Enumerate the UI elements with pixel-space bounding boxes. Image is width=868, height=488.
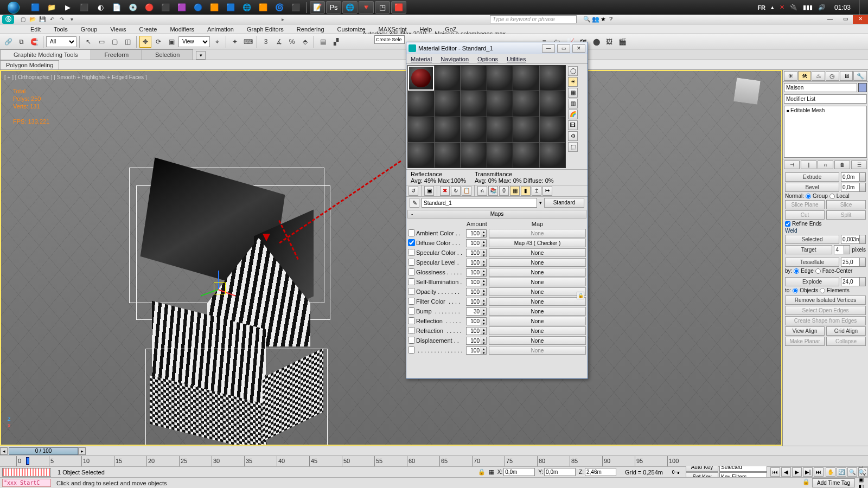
taskbar-quick-icon[interactable]: 🟧 <box>256 1 271 14</box>
make-unique-icon2[interactable]: ⎌ <box>477 186 487 196</box>
start-button[interactable] <box>0 0 27 15</box>
map-amount-input[interactable] <box>466 337 481 345</box>
coord-y-input[interactable] <box>544 468 576 476</box>
selection-filter-select[interactable]: All <box>46 36 76 47</box>
map-enable-check[interactable] <box>408 317 415 324</box>
material-slot[interactable] <box>408 66 434 91</box>
menu-views[interactable]: Views <box>104 25 132 34</box>
map-amount-input[interactable] <box>466 278 481 286</box>
normal-local-radio[interactable] <box>829 194 835 199</box>
render-icon[interactable]: 🎬 <box>616 36 628 48</box>
slice-plane-button[interactable]: Slice Plane <box>785 200 825 209</box>
keymode-icon[interactable]: ⌨ <box>242 36 254 48</box>
map-amount-input[interactable] <box>466 249 481 257</box>
language-indicator[interactable]: FR <box>757 4 765 11</box>
rotate-icon[interactable]: ⟳ <box>152 36 164 48</box>
weld-target-spinner[interactable]: 4 <box>834 245 850 254</box>
prev-frame-icon[interactable]: ◀ <box>781 467 791 477</box>
material-type-button[interactable]: Standard <box>544 198 584 208</box>
put-to-scene-icon[interactable]: ▣ <box>424 186 434 196</box>
get-material-icon[interactable]: ↺ <box>409 186 418 196</box>
tray-volume-icon[interactable]: 🔊 <box>818 4 826 11</box>
create-shape-button[interactable]: Create Shape from Edges <box>785 316 866 325</box>
play-icon[interactable]: ▶ <box>792 467 802 477</box>
tray-battery-icon[interactable]: 🔌 <box>790 4 797 11</box>
tray-shield-icon[interactable]: ✕ <box>780 4 784 11</box>
taskbar-app-button[interactable]: 📝 <box>310 1 325 14</box>
material-slot[interactable] <box>540 117 566 142</box>
options-icon[interactable]: ⚙ <box>568 131 578 141</box>
object-name-input[interactable] <box>784 83 857 92</box>
select-name-icon[interactable]: ▭ <box>95 36 107 48</box>
map-enable-check[interactable] <box>408 259 415 266</box>
normal-group-radio[interactable] <box>806 194 811 199</box>
backlight-icon[interactable]: ☀ <box>568 77 578 87</box>
bevel-button[interactable]: Bevel <box>785 183 839 192</box>
material-sample-slots[interactable] <box>407 65 566 168</box>
viewcube[interactable] <box>733 77 761 105</box>
me-menu-options[interactable]: Options <box>473 55 502 63</box>
explode-elements-radio[interactable] <box>820 288 825 293</box>
map-amount-input[interactable] <box>466 327 481 335</box>
map-enable-check[interactable] <box>408 298 415 305</box>
assign-to-sel-icon[interactable]: ✖ <box>440 186 450 196</box>
ribbon-tab[interactable]: Graphite Modeling Tools <box>0 49 91 60</box>
map-slot-button[interactable]: None <box>489 278 586 286</box>
maps-lock-icon[interactable]: 🔒 <box>577 292 584 299</box>
video-check-icon[interactable]: 🌈 <box>568 110 578 119</box>
map-enable-check[interactable] <box>408 278 415 285</box>
material-slot[interactable] <box>408 117 434 142</box>
qat-more-icon[interactable]: ▾ <box>67 16 76 23</box>
menu-tools[interactable]: Tools <box>47 25 74 34</box>
remove-iso-verts-button[interactable]: Remove Isolated Vertices <box>785 296 866 305</box>
tab-display-icon[interactable]: 🖥 <box>840 71 853 81</box>
map-slot-button[interactable]: None <box>489 268 586 277</box>
nav-pan-icon[interactable]: ✋ <box>826 467 835 477</box>
menu-maxscript[interactable]: MAXScript <box>372 25 413 34</box>
material-slot[interactable] <box>513 66 539 91</box>
explode-objects-radio[interactable] <box>793 288 798 293</box>
show-map-icon[interactable]: ▦ <box>510 186 520 196</box>
time-next-button[interactable]: ▸ <box>78 447 86 455</box>
me-close-button[interactable]: ✕ <box>572 44 585 53</box>
map-slot-button[interactable]: None <box>489 326 586 335</box>
qat-save-icon[interactable]: 💾 <box>38 16 47 23</box>
tab-modify-icon[interactable]: 🛠 <box>798 71 812 81</box>
map-amount-input[interactable] <box>466 307 481 316</box>
map-amount-input[interactable] <box>466 259 481 267</box>
infocenter-comm-icon[interactable]: 👥 <box>592 16 599 23</box>
map-slot-button[interactable]: None <box>489 307 586 316</box>
modifier-stack[interactable]: Editable Mesh <box>784 106 867 158</box>
taskbar-quick-icon[interactable]: 📄 <box>109 1 124 14</box>
stack-item-editable-mesh[interactable]: Editable Mesh <box>784 106 866 114</box>
map-amount-input[interactable] <box>466 239 481 247</box>
taskbar-quick-icon[interactable]: 🟦 <box>223 1 238 14</box>
qat-undo-icon[interactable]: ↶ <box>48 16 56 23</box>
qat-redo-icon[interactable]: ↷ <box>58 16 66 23</box>
background-icon[interactable]: ▦ <box>568 88 578 98</box>
taskbar-app-button[interactable]: Ps <box>326 1 341 14</box>
lock-selection-icon[interactable]: 🔒 <box>478 468 486 476</box>
map-enable-check[interactable] <box>408 268 415 275</box>
menu-edit[interactable]: Edit <box>24 25 47 34</box>
object-color-swatch[interactable] <box>858 83 867 92</box>
key-mode-icon[interactable]: 🗝 <box>672 467 680 477</box>
infocenter-search-icon[interactable]: 🔍 <box>583 16 591 23</box>
ref-coord-select[interactable]: View <box>178 36 210 47</box>
remove-mod-icon[interactable]: 🗑 <box>834 160 850 169</box>
bevel-spinner[interactable]: 0,0m <box>841 183 866 192</box>
material-slot[interactable] <box>513 143 539 168</box>
unlink-icon[interactable]: ⧉ <box>15 36 27 48</box>
sample-uv-icon[interactable]: ▥ <box>568 99 578 108</box>
map-enable-check[interactable] <box>408 288 415 295</box>
taskbar-quick-icon[interactable]: ▶ <box>60 1 75 14</box>
show-end-result-icon[interactable]: ▮ <box>521 186 531 196</box>
extrude-spinner[interactable]: 0,0m <box>841 172 866 182</box>
menu-rendering[interactable]: Rendering <box>290 25 331 34</box>
tab-hierarchy-icon[interactable]: ♨ <box>812 71 825 81</box>
map-enable-check[interactable] <box>408 337 415 344</box>
taskbar-quick-icon[interactable]: 📁 <box>44 1 59 14</box>
map-enable-check[interactable] <box>408 327 415 334</box>
coord-x-input[interactable] <box>503 468 535 476</box>
taskbar-app-button[interactable]: 🌐 <box>342 1 358 14</box>
